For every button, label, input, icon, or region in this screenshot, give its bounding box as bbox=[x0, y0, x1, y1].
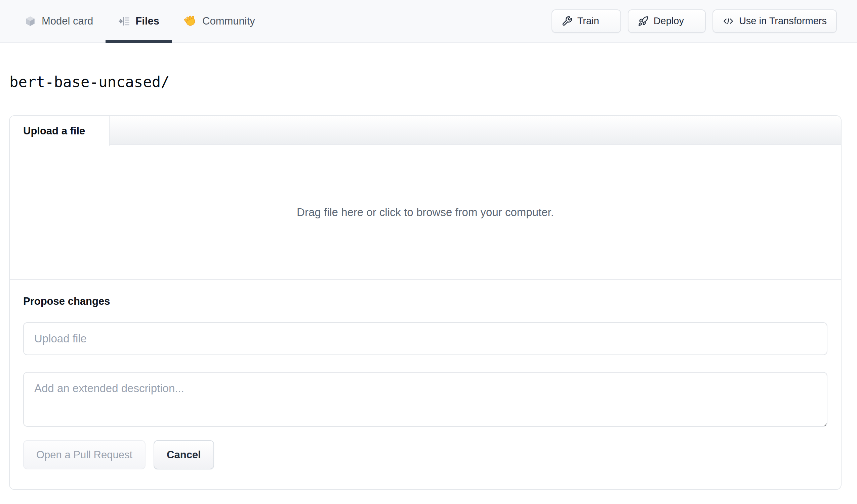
repo-nav-tabs: Model card Files bbox=[12, 0, 268, 42]
tab-upload-a-file-label: Upload a file bbox=[23, 125, 85, 137]
tab-files-label: Files bbox=[135, 15, 159, 27]
use-in-transformers-button[interactable]: Use in Transformers bbox=[712, 10, 837, 33]
train-button[interactable]: Train bbox=[552, 10, 621, 33]
propose-actions-row: Open a Pull Request Cancel bbox=[23, 440, 827, 469]
train-button-label: Train bbox=[577, 15, 599, 27]
file-tree-icon bbox=[118, 15, 130, 27]
propose-changes-heading: Propose changes bbox=[23, 295, 827, 307]
deploy-button-label: Deploy bbox=[654, 15, 684, 27]
cancel-button[interactable]: Cancel bbox=[154, 440, 214, 469]
upload-file-card: Upload a file Drag file here or click to… bbox=[9, 115, 842, 490]
rocket-icon bbox=[638, 16, 649, 27]
waving-hand-icon bbox=[184, 15, 197, 28]
open-pull-request-button[interactable]: Open a Pull Request bbox=[23, 440, 146, 469]
file-dropzone[interactable]: Drag file here or click to browse from y… bbox=[10, 145, 841, 280]
code-icon bbox=[723, 15, 734, 27]
tab-files[interactable]: Files bbox=[105, 0, 172, 42]
wrench-icon bbox=[561, 16, 572, 27]
tab-header-filler bbox=[110, 116, 841, 145]
use-in-transformers-label: Use in Transformers bbox=[739, 15, 827, 27]
tab-model-card[interactable]: Model card bbox=[12, 0, 105, 42]
extended-description-textarea[interactable] bbox=[23, 372, 827, 427]
repo-path: bert-base-uncased/ bbox=[10, 73, 170, 90]
tab-community[interactable]: Community bbox=[172, 0, 268, 42]
dropzone-hint-text: Drag file here or click to browse from y… bbox=[297, 206, 554, 219]
upload-filename-input[interactable] bbox=[23, 322, 827, 355]
tab-upload-a-file[interactable]: Upload a file bbox=[10, 116, 110, 146]
propose-changes-section: Propose changes Open a Pull Request Canc… bbox=[10, 280, 841, 469]
upload-card-tab-header: Upload a file bbox=[10, 116, 841, 145]
cube-icon bbox=[24, 15, 36, 27]
tab-community-label: Community bbox=[202, 15, 255, 27]
tab-model-card-label: Model card bbox=[42, 15, 93, 27]
repo-action-buttons: Train Deploy bbox=[552, 0, 837, 42]
top-navbar: Model card Files bbox=[0, 0, 857, 43]
deploy-button[interactable]: Deploy bbox=[628, 10, 706, 33]
